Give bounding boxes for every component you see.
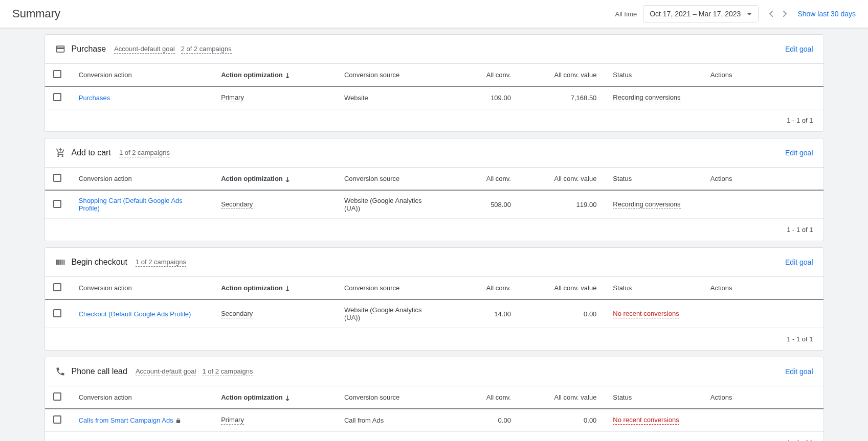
- actions-cell: [702, 409, 824, 432]
- sort-down-icon: [285, 286, 290, 291]
- sort-down-icon: [285, 396, 290, 401]
- source-value: Call from Ads: [336, 409, 434, 432]
- edit-goal-link[interactable]: Edit goal: [785, 149, 813, 157]
- goal-badge[interactable]: 2 of 2 campaigns: [181, 45, 232, 54]
- barcode-icon: [55, 257, 65, 267]
- col-conversion-action[interactable]: Conversion action: [71, 277, 213, 300]
- add-cart-icon: [55, 148, 65, 158]
- pagination: 1 - 1 of 1: [45, 328, 824, 350]
- actions-cell: [702, 190, 824, 219]
- col-actions[interactable]: Actions: [702, 277, 824, 300]
- conversion-table: Conversion action Action optimization Co…: [45, 167, 824, 219]
- all-conv-value: 109.00: [433, 86, 519, 109]
- col-all-conv[interactable]: All conv.: [433, 386, 519, 409]
- optimization-value[interactable]: Secondary: [221, 310, 253, 318]
- col-conversion-source[interactable]: Conversion source: [336, 168, 434, 191]
- col-conversion-source[interactable]: Conversion source: [336, 386, 434, 409]
- row-checkbox[interactable]: [53, 415, 61, 424]
- status-value[interactable]: Recording conversions: [613, 200, 680, 209]
- optimization-value[interactable]: Primary: [221, 416, 244, 425]
- edit-goal-link[interactable]: Edit goal: [785, 367, 813, 376]
- select-all-checkbox[interactable]: [53, 283, 61, 291]
- conversion-action-link[interactable]: Purchases: [79, 94, 110, 102]
- col-all-conv[interactable]: All conv.: [433, 277, 519, 300]
- col-action-optimization[interactable]: Action optimization: [213, 64, 336, 87]
- goal-title: Add to cart: [72, 148, 111, 157]
- col-action-optimization[interactable]: Action optimization: [213, 277, 336, 300]
- actions-cell: [702, 299, 824, 328]
- goal-card: Phone call lead Account-default goal1 of…: [44, 357, 824, 441]
- goal-card: Purchase Account-default goal2 of 2 camp…: [44, 34, 824, 132]
- next-period-button[interactable]: [779, 8, 791, 20]
- optimization-value[interactable]: Secondary: [221, 200, 253, 209]
- status-value[interactable]: Recording conversions: [613, 94, 680, 102]
- source-value: Website (Google Analytics (UA)): [336, 299, 434, 328]
- row-checkbox[interactable]: [53, 309, 61, 317]
- date-nav: [765, 8, 791, 20]
- col-action-optimization[interactable]: Action optimization: [213, 168, 336, 191]
- pagination: 1 - 1 of 1: [45, 219, 824, 241]
- actions-cell: [702, 86, 824, 109]
- goal-badge[interactable]: 1 of 2 campaigns: [202, 367, 253, 376]
- edit-goal-link[interactable]: Edit goal: [785, 45, 813, 53]
- edit-goal-link[interactable]: Edit goal: [785, 258, 813, 266]
- col-conversion-source[interactable]: Conversion source: [336, 64, 434, 87]
- source-value: Website: [336, 86, 434, 109]
- col-actions[interactable]: Actions: [702, 168, 824, 191]
- col-conversion-action[interactable]: Conversion action: [71, 168, 213, 191]
- date-range-text: Oct 17, 2021 – Mar 17, 2023: [650, 10, 741, 18]
- goal-title: Begin checkout: [72, 258, 127, 267]
- prev-period-button[interactable]: [765, 8, 777, 20]
- goal-title: Purchase: [72, 44, 106, 54]
- row-checkbox[interactable]: [53, 93, 61, 101]
- all-conv-value: 14.00: [433, 299, 519, 328]
- table-row: Purchases Primary Website 109.00 7,168.5…: [45, 86, 824, 109]
- page-title: Summary: [12, 7, 60, 20]
- col-status[interactable]: Status: [605, 64, 702, 87]
- table-row: Calls from Smart Campaign Ads Primary Ca…: [45, 409, 824, 432]
- col-status[interactable]: Status: [605, 277, 702, 300]
- goal-badge[interactable]: 1 of 2 campaigns: [136, 258, 186, 267]
- col-conversion-action[interactable]: Conversion action: [71, 64, 213, 87]
- all-time-label: All time: [615, 10, 637, 18]
- col-actions[interactable]: Actions: [702, 386, 824, 409]
- goal-card: Add to cart 1 of 2 campaigns Edit goal C…: [44, 138, 824, 241]
- all-conv-value-value: 119.00: [519, 190, 605, 219]
- goal-card: Begin checkout 1 of 2 campaigns Edit goa…: [44, 247, 824, 351]
- col-all-conv-value[interactable]: All conv. value: [519, 64, 605, 87]
- col-conversion-source[interactable]: Conversion source: [336, 277, 434, 300]
- all-conv-value-value: 7,168.50: [519, 86, 605, 109]
- col-all-conv[interactable]: All conv.: [433, 168, 519, 191]
- col-actions[interactable]: Actions: [702, 64, 824, 87]
- select-all-checkbox[interactable]: [53, 174, 61, 182]
- conversion-action-link[interactable]: Shopping Cart (Default Google Ads Profil…: [79, 197, 183, 212]
- show-last-30-days-link[interactable]: Show last 30 days: [797, 10, 856, 18]
- col-all-conv-value[interactable]: All conv. value: [519, 277, 605, 300]
- col-all-conv-value[interactable]: All conv. value: [519, 386, 605, 409]
- status-value[interactable]: No recent conversions: [613, 310, 679, 318]
- checkbox-header: [45, 386, 71, 409]
- col-status[interactable]: Status: [605, 386, 702, 409]
- col-status[interactable]: Status: [605, 168, 702, 191]
- goal-badge[interactable]: Account-default goal: [114, 45, 175, 54]
- checkbox-header: [45, 64, 71, 87]
- conversion-table: Conversion action Action optimization Co…: [45, 276, 824, 328]
- status-value[interactable]: No recent conversions: [613, 416, 679, 425]
- col-conversion-action[interactable]: Conversion action: [71, 386, 213, 409]
- goal-badge[interactable]: 1 of 2 campaigns: [119, 149, 170, 157]
- col-action-optimization[interactable]: Action optimization: [213, 386, 336, 409]
- select-all-checkbox[interactable]: [53, 392, 61, 401]
- all-conv-value: 508.00: [433, 190, 519, 219]
- all-conv-value: 0.00: [433, 409, 519, 432]
- col-all-conv[interactable]: All conv.: [433, 64, 519, 87]
- col-all-conv-value[interactable]: All conv. value: [519, 168, 605, 191]
- goal-badge[interactable]: Account-default goal: [136, 367, 196, 376]
- date-range-picker[interactable]: Oct 17, 2021 – Mar 17, 2023: [643, 5, 759, 22]
- conversion-action-link[interactable]: Checkout (Default Google Ads Profile): [79, 310, 191, 318]
- optimization-value[interactable]: Primary: [221, 94, 244, 102]
- select-all-checkbox[interactable]: [53, 70, 61, 78]
- row-checkbox[interactable]: [53, 200, 61, 208]
- source-value: Website (Google Analytics (UA)): [336, 190, 434, 219]
- goal-card-header: Purchase Account-default goal2 of 2 camp…: [45, 35, 824, 63]
- conversion-action-link[interactable]: Calls from Smart Campaign Ads: [79, 416, 173, 424]
